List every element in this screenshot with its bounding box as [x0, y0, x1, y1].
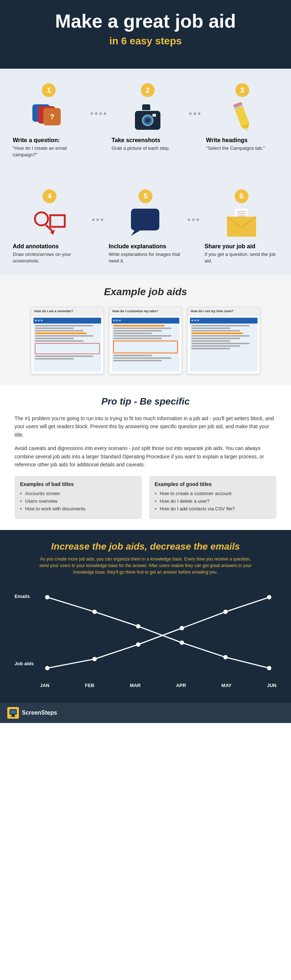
step-6-title: Share your job aid	[205, 243, 278, 250]
y-label-emails: Emails	[14, 593, 30, 599]
step-6-desc: If you get a question, send the job aid.	[205, 251, 278, 264]
step-1-title: Write a question:	[13, 137, 85, 143]
step-6: 6	[203, 189, 280, 264]
protip-para2: Avoid caveats and digressions into every…	[14, 444, 277, 469]
example-card-2-header: How do I customize my tabs?	[109, 307, 182, 315]
x-label-apr: APR	[176, 682, 186, 688]
mock-line	[113, 335, 171, 337]
jobaid-dot-5	[223, 609, 228, 614]
examples-heading: Example job aids	[7, 286, 284, 298]
good-title-item-3: How do I add contacts via CSV file?	[155, 506, 271, 511]
mock-nav-dot	[41, 320, 43, 321]
step-2-icon	[128, 101, 168, 134]
card-orange: ?	[43, 108, 61, 126]
jobaid-dot-6	[267, 595, 271, 600]
jobaid-dot-2	[93, 657, 97, 661]
good-title-item-1: How to create a customer account	[155, 491, 271, 496]
footer: ScreenSteps	[0, 703, 291, 723]
step-4-text: Add annotations Draw circles/arrows on y…	[11, 243, 88, 264]
examples-boxes: Examples of bad titles Accounts screen U…	[14, 476, 277, 519]
emails-dot-3	[136, 624, 141, 628]
examples-grid: How do I set a reminder?	[7, 307, 284, 374]
mock-nav-dot	[194, 320, 196, 321]
step-1: 1 ? ? ? Write a question: "How do I crea…	[11, 83, 87, 158]
step-1-text: Write a question: "How do I create an em…	[11, 137, 87, 158]
mock-nav-dot	[191, 320, 193, 321]
emails-dot-6	[267, 666, 271, 670]
mock-nav-dot	[197, 320, 199, 321]
dot	[192, 218, 195, 221]
step-4-icon	[29, 207, 69, 240]
mock-line	[113, 328, 171, 329]
example-card-1-body	[31, 315, 103, 374]
y-label-jobaid: Job aids	[14, 661, 34, 666]
mock-line	[191, 348, 230, 349]
bad-title-item-3: How to work with documents	[20, 506, 136, 511]
example-card-3: How do I set my time zone?	[187, 307, 260, 374]
good-titles-heading: Examples of good titles	[155, 481, 271, 487]
chart-heading: Increase the job aids, decrease the emai…	[14, 541, 277, 552]
connector-5-6	[188, 218, 199, 221]
step-1-desc: "How do I create an email campaign?"	[13, 145, 85, 158]
camera-lens-inner	[145, 118, 150, 123]
svg-rect-7	[50, 215, 65, 227]
step-2: 2 Take screenshots Grab a picture of eac…	[110, 83, 186, 151]
mock-nav-dot	[35, 320, 37, 321]
mock-screen-3	[190, 318, 257, 372]
step-6-number: 6	[235, 189, 248, 203]
dot	[91, 112, 93, 115]
mock-line	[35, 338, 74, 339]
good-titles-box: Examples of good titles How to create a …	[149, 476, 277, 519]
mock-content	[112, 323, 179, 364]
screensteps-icon	[9, 708, 18, 717]
dot	[99, 112, 102, 115]
mock-nav-dot	[38, 320, 40, 321]
step-3-title: Write headings	[206, 137, 278, 143]
mock-line	[113, 357, 171, 359]
step-2-number: 2	[141, 83, 155, 97]
mock-line	[35, 330, 84, 331]
envelope-icon	[225, 208, 258, 238]
camera-body	[135, 111, 160, 130]
step-1-number: 1	[42, 83, 56, 97]
step-2-title: Take screenshots	[112, 137, 184, 143]
chart-svg	[40, 586, 277, 677]
mock-highlighted-box	[113, 340, 178, 353]
example-card-3-body	[188, 315, 260, 374]
subtitle: in 6 easy steps	[7, 35, 284, 47]
step-5-text: Include explanations Write explanations …	[107, 243, 184, 264]
jobaid-dot-4	[180, 626, 184, 630]
mock-line	[35, 358, 74, 360]
chart-x-labels: JAN FEB MAR APR MAY JUN	[40, 682, 277, 688]
x-label-mar: MAR	[130, 682, 141, 688]
step-5: 5 Include explanations Write explanation…	[107, 189, 184, 264]
step-5-number: 5	[139, 189, 152, 203]
mock-line	[191, 343, 249, 344]
mock-line	[113, 360, 162, 361]
svg-rect-23	[12, 714, 14, 716]
mock-nav-dot	[119, 320, 121, 321]
step-5-icon	[125, 207, 166, 240]
jobaid-dot-1	[45, 666, 50, 670]
step-3-number: 3	[235, 83, 249, 97]
section-divider-1	[0, 169, 291, 175]
svg-rect-2	[235, 107, 249, 127]
dot	[95, 112, 98, 115]
dot	[188, 218, 190, 221]
mock-line	[113, 355, 152, 356]
mock-box	[35, 343, 100, 354]
chart-description: As you create more job aids, you can org…	[37, 556, 254, 576]
dot	[193, 112, 196, 115]
mock-line	[191, 335, 249, 337]
x-label-jun: JUN	[267, 682, 277, 688]
mock-line	[113, 338, 162, 339]
bad-titles-list: Accounts screen Users overview How to wo…	[20, 491, 136, 511]
mock-line	[191, 330, 240, 331]
dot	[101, 218, 103, 221]
step-4-number: 4	[43, 189, 56, 203]
mock-line	[191, 338, 240, 339]
footer-logo: ScreenSteps	[7, 707, 57, 719]
svg-marker-11	[131, 231, 140, 236]
example-card-3-header: How do I set my time zone?	[188, 307, 260, 315]
protip-heading: Pro tip - Be specific	[14, 396, 277, 407]
